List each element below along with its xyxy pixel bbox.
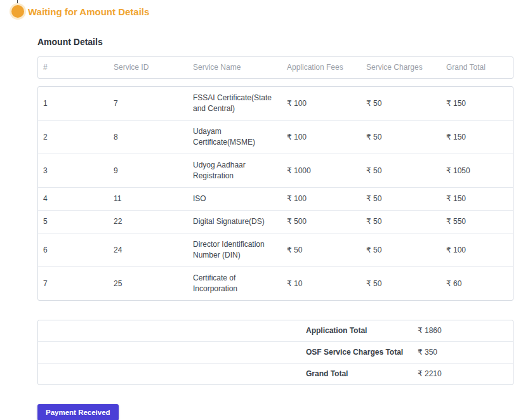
summary-spacer xyxy=(38,320,301,341)
cell-service-charges: ₹ 50 xyxy=(361,233,441,266)
cell-service-id: 9 xyxy=(109,154,188,187)
summary-spacer xyxy=(38,341,301,363)
timeline-connector-line xyxy=(17,0,18,5)
cell-grand-total: ₹ 1050 xyxy=(441,154,513,187)
cell-application-fees: ₹ 100 xyxy=(282,87,361,120)
summary-value: ₹ 1860 xyxy=(413,320,513,341)
cell-application-fees: ₹ 100 xyxy=(282,120,361,154)
summary-row-grand-total: Grand Total ₹ 2210 xyxy=(38,363,513,384)
cell-sno: 3 xyxy=(38,154,109,187)
summary-label: Grand Total xyxy=(301,363,413,384)
cell-grand-total: ₹ 60 xyxy=(441,266,513,300)
cell-service-id: 8 xyxy=(109,120,188,154)
table-row: 7 25 Certificate of Incorporation ₹ 10 ₹… xyxy=(38,266,513,300)
cell-sno: 5 xyxy=(38,210,109,233)
column-header-grand-total: Grand Total xyxy=(441,57,513,78)
cell-service-id: 22 xyxy=(109,210,188,233)
cell-grand-total: ₹ 100 xyxy=(441,233,513,266)
cell-grand-total: ₹ 150 xyxy=(441,187,513,210)
cell-service-name: Certificate of Incorporation xyxy=(188,266,282,300)
amount-details-section: Amount Details # Service ID Service Name… xyxy=(37,37,512,420)
cell-service-name: Director Identification Number (DIN) xyxy=(188,233,282,266)
cell-service-name: Udayam Certificate(MSME) xyxy=(188,120,282,154)
table-row: 1 7 FSSAI Certificate(State and Central)… xyxy=(38,87,513,120)
cell-service-charges: ₹ 50 xyxy=(361,187,441,210)
cell-service-name: FSSAI Certificate(State and Central) xyxy=(188,87,282,120)
cell-service-name: Udyog Aadhaar Registration xyxy=(188,154,282,187)
cell-application-fees: ₹ 100 xyxy=(282,187,361,210)
summary-row-osf-service-charges-total: OSF Service Charges Total ₹ 350 xyxy=(38,341,513,363)
column-header-service-id: Service ID xyxy=(109,57,188,78)
cell-service-id: 25 xyxy=(109,266,188,300)
cell-service-charges: ₹ 50 xyxy=(361,87,441,120)
cell-sno: 1 xyxy=(38,87,109,120)
summary-spacer xyxy=(38,363,301,384)
amount-table-header: # Service ID Service Name Application Fe… xyxy=(37,56,513,79)
cell-application-fees: ₹ 50 xyxy=(282,233,361,266)
cell-service-name: Digital Signature(DS) xyxy=(188,210,282,233)
summary-label: OSF Service Charges Total xyxy=(301,341,413,363)
cell-grand-total: ₹ 150 xyxy=(441,120,513,154)
cell-service-id: 24 xyxy=(109,233,188,266)
cell-service-charges: ₹ 50 xyxy=(361,266,441,300)
summary-value: ₹ 2210 xyxy=(413,363,513,384)
summary-row-application-total: Application Total ₹ 1860 xyxy=(38,320,513,341)
cell-sno: 7 xyxy=(38,266,109,300)
table-row: 4 11 ISO ₹ 100 ₹ 50 ₹ 150 xyxy=(38,187,513,210)
cell-application-fees: ₹ 1000 xyxy=(282,154,361,187)
table-row: 3 9 Udyog Aadhaar Registration ₹ 1000 ₹ … xyxy=(38,154,513,187)
table-row: 2 8 Udayam Certificate(MSME) ₹ 100 ₹ 50 … xyxy=(38,120,513,154)
cell-service-id: 11 xyxy=(109,187,188,210)
cell-application-fees: ₹ 500 xyxy=(282,210,361,233)
cell-grand-total: ₹ 550 xyxy=(441,210,513,233)
section-title: Amount Details xyxy=(37,37,512,47)
cell-service-charges: ₹ 50 xyxy=(361,154,441,187)
cell-grand-total: ₹ 150 xyxy=(441,87,513,120)
column-header-sno: # xyxy=(38,57,109,78)
table-row: 5 22 Digital Signature(DS) ₹ 500 ₹ 50 ₹ … xyxy=(38,210,513,233)
status-dot-icon xyxy=(11,5,24,18)
cell-service-id: 7 xyxy=(109,87,188,120)
cell-service-charges: ₹ 50 xyxy=(361,120,441,154)
cell-sno: 6 xyxy=(38,233,109,266)
cell-service-charges: ₹ 50 xyxy=(361,210,441,233)
column-header-service-charges: Service Charges xyxy=(361,57,441,78)
cell-sno: 4 xyxy=(38,187,109,210)
column-header-service-name: Service Name xyxy=(188,57,282,78)
column-header-application-fees: Application Fees xyxy=(282,57,361,78)
status-title: Waiting for Amount Details xyxy=(28,6,149,17)
cell-application-fees: ₹ 10 xyxy=(282,266,361,300)
amount-table-body: 1 7 FSSAI Certificate(State and Central)… xyxy=(37,86,513,301)
cell-service-name: ISO xyxy=(188,187,282,210)
summary-value: ₹ 350 xyxy=(413,341,513,363)
totals-summary-table: Application Total ₹ 1860 OSF Service Cha… xyxy=(37,320,513,385)
summary-label: Application Total xyxy=(301,320,413,341)
table-row: 6 24 Director Identification Number (DIN… xyxy=(38,233,513,266)
payment-received-button[interactable]: Payment Received xyxy=(37,404,119,420)
table-header-row: # Service ID Service Name Application Fe… xyxy=(38,57,513,78)
cell-sno: 2 xyxy=(38,120,109,154)
